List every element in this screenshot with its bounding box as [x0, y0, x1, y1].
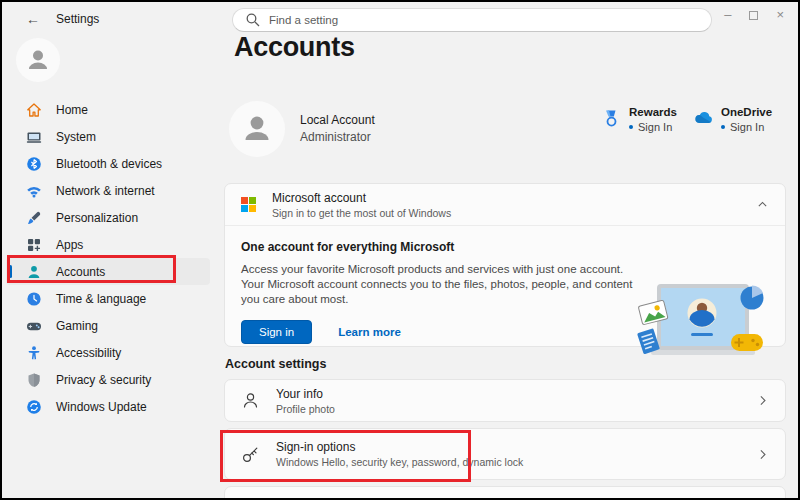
your-accounts-row[interactable]: Your accounts	[224, 486, 786, 500]
wifi-icon	[26, 183, 42, 199]
promo-title: One account for everything Microsoft	[241, 240, 769, 254]
back-icon[interactable]: ←	[26, 11, 40, 27]
sidebar-item-network-internet[interactable]: Network & internet	[6, 177, 210, 204]
sidebar-item-system[interactable]: System	[6, 123, 210, 150]
rewards-label: Rewards	[629, 106, 677, 118]
sidebar-label: Accounts	[56, 265, 105, 279]
sidebar-label: Network & internet	[56, 184, 155, 198]
microsoft-account-header[interactable]: Microsoft account Sign in to get the mos…	[225, 184, 785, 226]
account-settings-section-label: Account settings	[225, 357, 326, 371]
controller-icon	[26, 318, 42, 334]
sidebar-label: Accessibility	[56, 346, 121, 360]
ms-account-subtitle: Sign in to get the most out of Windows	[272, 207, 451, 219]
status-dot	[629, 125, 633, 129]
status-dot	[721, 125, 725, 129]
sidebar-label: Bluetooth & devices	[56, 157, 162, 171]
person-avatar-icon	[23, 45, 53, 75]
chevron-up-icon[interactable]	[756, 198, 769, 211]
sidebar-label: Personalization	[56, 211, 138, 225]
onedrive-icon	[694, 109, 713, 128]
sidebar-label: Apps	[56, 238, 83, 252]
row-subtitle: Profile photo	[276, 403, 335, 415]
account-illustration	[635, 276, 769, 380]
search-icon	[245, 12, 261, 28]
row-title: Sign-in options	[276, 440, 523, 454]
account-role: Administrator	[300, 130, 375, 144]
microsoft-logo-icon	[241, 197, 256, 212]
learn-more-link[interactable]: Learn more	[338, 326, 401, 338]
home-icon	[26, 102, 42, 118]
sidebar-item-accessibility[interactable]: Accessibility	[6, 339, 210, 366]
sidebar-item-bluetooth-devices[interactable]: Bluetooth & devices	[6, 150, 210, 177]
sidebar-label: Gaming	[56, 319, 98, 333]
apps-icon	[26, 237, 42, 253]
chevron-right-icon	[756, 394, 769, 407]
sidebar-label: Windows Update	[56, 400, 147, 414]
sidebar-label: Privacy & security	[56, 373, 151, 387]
page-title: Accounts	[234, 32, 355, 63]
brush-icon	[26, 210, 42, 226]
person-outline-icon	[241, 391, 260, 410]
window-controls: – ×	[724, 8, 784, 22]
sidebar-nav: Home System Bluetooth & devices Network …	[6, 96, 210, 420]
maximize-icon[interactable]	[749, 11, 758, 20]
ms-account-title: Microsoft account	[272, 191, 451, 205]
row-subtitle: Windows Hello, security key, password, d…	[276, 456, 523, 468]
accessibility-icon	[26, 345, 42, 361]
onedrive-sign-in[interactable]: Sign In	[730, 121, 764, 133]
rewards-sign-in[interactable]: Sign In	[638, 121, 672, 133]
profile-photo[interactable]	[229, 101, 285, 157]
key-icon	[241, 445, 260, 464]
profile-person-icon	[238, 110, 276, 148]
microsoft-account-card: Microsoft account Sign in to get the mos…	[224, 183, 786, 347]
settings-window: ← Settings – × Home System Bluetooth & d…	[0, 0, 800, 500]
sidebar-item-gaming[interactable]: Gaming	[6, 312, 210, 339]
search-input[interactable]	[269, 14, 699, 26]
onedrive-quick-link[interactable]: OneDrive Sign In	[694, 106, 772, 133]
sidebar-label: Time & language	[56, 292, 146, 306]
sidebar-item-windows-update[interactable]: Windows Update	[6, 393, 210, 420]
accounts-person-icon	[26, 264, 42, 280]
sidebar-label: System	[56, 130, 96, 144]
shield-icon	[26, 372, 42, 388]
promo-body: Access your favorite Microsoft products …	[241, 262, 645, 307]
onedrive-label: OneDrive	[721, 106, 772, 118]
sidebar-item-privacy-security[interactable]: Privacy & security	[6, 366, 210, 393]
your-info-row[interactable]: Your info Profile photo	[224, 379, 786, 422]
sidebar-item-apps[interactable]: Apps	[6, 231, 210, 258]
sidebar-item-accounts[interactable]: Accounts	[6, 258, 210, 285]
sign-in-options-row[interactable]: Sign-in options Windows Hello, security …	[224, 428, 786, 480]
ms-account-promo: One account for everything Microsoft Acc…	[225, 226, 785, 344]
system-icon	[26, 129, 42, 145]
rewards-icon	[602, 109, 621, 128]
sidebar-item-time-language[interactable]: Time & language	[6, 285, 210, 312]
sidebar-item-personalization[interactable]: Personalization	[6, 204, 210, 231]
user-avatar[interactable]	[16, 38, 60, 82]
minimize-icon[interactable]: –	[724, 8, 731, 22]
sidebar-item-home[interactable]: Home	[6, 96, 210, 123]
app-title: Settings	[56, 12, 99, 26]
profile-info: Local Account Administrator	[300, 113, 375, 144]
sidebar-label: Home	[56, 103, 88, 117]
rewards-quick-link[interactable]: Rewards Sign In	[602, 106, 677, 133]
chevron-right-icon	[756, 448, 769, 461]
clock-icon	[26, 291, 42, 307]
row-title: Your info	[276, 387, 335, 401]
titlebar: ← Settings	[26, 11, 99, 27]
bluetooth-icon	[26, 156, 42, 172]
search-bar[interactable]	[232, 8, 712, 32]
close-icon[interactable]: ×	[776, 8, 784, 22]
update-icon	[26, 399, 42, 415]
sign-in-button[interactable]: Sign in	[241, 320, 312, 344]
account-name: Local Account	[300, 113, 375, 127]
